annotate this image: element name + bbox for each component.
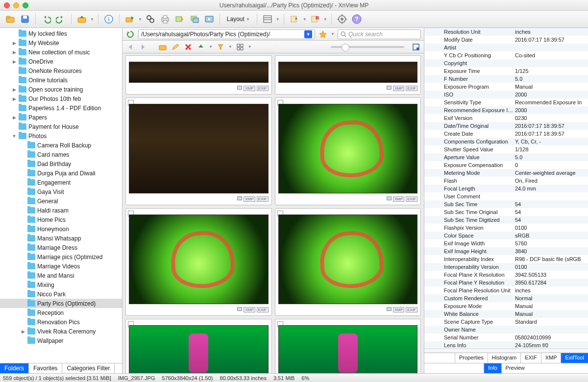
metadata-row[interactable]: Interoperability IndexR98 - DCF basic fi…: [424, 255, 588, 263]
back-button[interactable]: [125, 42, 135, 52]
favorite-star-icon[interactable]: [318, 29, 328, 39]
thumbnail-size-slider[interactable]: [331, 46, 404, 48]
copy-to-button[interactable]: [123, 13, 136, 25]
dropdown-arrow-icon[interactable]: ▼: [248, 45, 252, 49]
folder-tree-item[interactable]: Haldi rasam: [0, 206, 122, 215]
metadata-table[interactable]: Resolution UnitinchesModify Date2016:07:…: [424, 28, 588, 349]
disclosure-triangle-icon[interactable]: ▶: [12, 96, 17, 101]
view-grid-button[interactable]: [235, 42, 245, 52]
metadata-row[interactable]: Y Cb Cr PositioningCo-sited: [424, 51, 588, 59]
convert-button[interactable]: [188, 13, 201, 25]
thumbnail-item[interactable]: XMPEXIF: [275, 97, 421, 205]
thumbnail-item[interactable]: [125, 319, 272, 373]
metadata-row[interactable]: Exif Image Height3840: [424, 247, 588, 255]
metadata-row[interactable]: Create Date2016:07:17 18:39:57: [424, 130, 588, 138]
export-button[interactable]: [173, 13, 186, 25]
thumbnail-item[interactable]: XMPEXIF: [275, 55, 421, 95]
print-button[interactable]: [159, 13, 172, 25]
folder-tree-item[interactable]: ▼Photos: [0, 131, 122, 141]
metadata-row[interactable]: Lens Info24-105mm f/0: [424, 341, 588, 349]
folder-tree-item[interactable]: ▶Open source training: [0, 85, 122, 94]
thumbnail-item[interactable]: XMPEXIF: [125, 97, 272, 205]
undo-button[interactable]: [40, 13, 52, 25]
view-mode-button[interactable]: [261, 13, 274, 25]
metadata-row[interactable]: Sensitivity TypeRecommended Exposure In: [424, 98, 588, 106]
metadata-row[interactable]: Recommended Exposure Index2000: [424, 106, 588, 114]
folder-tree-item[interactable]: Online tutorials: [0, 75, 122, 85]
metadata-row[interactable]: Focal Plane Resolution Unitinches: [424, 286, 588, 294]
dropdown-arrow-icon[interactable]: ▼: [331, 32, 335, 36]
metadata-row[interactable]: Exif Image Width5760: [424, 239, 588, 247]
folder-tree-item[interactable]: General: [0, 196, 122, 206]
metadata-row[interactable]: F Number5.0: [424, 75, 588, 83]
folder-tree-item[interactable]: Camera Roll Backup: [0, 141, 122, 150]
thumbnail-item[interactable]: XMPEXIF: [125, 55, 272, 95]
metadata-row[interactable]: Serial Number058024010999: [424, 334, 588, 341]
folder-tree-item[interactable]: Wallpaper: [0, 336, 122, 345]
folder-tree-item[interactable]: Paperless 1.4 - PDF Edition: [0, 103, 122, 113]
rename-button[interactable]: [171, 42, 180, 52]
metadata-row[interactable]: Owner Name: [424, 326, 588, 334]
thumbnail-item[interactable]: XMPEXIF: [125, 208, 272, 316]
open-button[interactable]: [4, 13, 17, 25]
folder-tree-item[interactable]: Marriage Videos: [0, 262, 122, 271]
folder-tree-item[interactable]: Durga Puja and Diwali: [0, 168, 122, 178]
metadata-row[interactable]: White BalanceManual: [424, 310, 588, 318]
disclosure-triangle-icon[interactable]: ▶: [12, 59, 17, 64]
dropdown-arrow-icon[interactable]: ▼: [303, 17, 307, 22]
folder-tree-item[interactable]: ▶New collection of music: [0, 48, 122, 57]
metadata-row[interactable]: Metering ModeCenter-weighted average: [424, 169, 588, 177]
dropdown-arrow-icon[interactable]: ▼: [228, 45, 232, 49]
folder-tree-item[interactable]: Home Pics: [0, 215, 122, 224]
thumbnail-item[interactable]: [275, 319, 421, 373]
refresh-button[interactable]: [125, 29, 135, 39]
delete-button[interactable]: [183, 42, 193, 52]
metadata-row[interactable]: Shutter Speed Value1/128: [424, 145, 588, 153]
metadata-row[interactable]: Scene Capture TypeStandard: [424, 318, 588, 326]
metadata-row[interactable]: Sub Sec Time54: [424, 200, 588, 208]
dropdown-arrow-icon[interactable]: ▼: [138, 17, 142, 22]
disclosure-triangle-icon[interactable]: ▶: [12, 87, 17, 92]
parent-folder-button[interactable]: [158, 42, 168, 52]
folder-tree-item[interactable]: Party Pics (Optimized): [0, 299, 122, 308]
dropdown-arrow-icon[interactable]: ▼: [209, 45, 213, 49]
folder-tree-item[interactable]: Dad Birthday: [0, 159, 122, 168]
help-button[interactable]: ?: [350, 13, 363, 25]
folder-tree-item[interactable]: Gaya Visit: [0, 187, 122, 196]
tab-categories-filter[interactable]: Categories Filter: [62, 363, 115, 373]
quick-search-input[interactable]: Quick search: [338, 29, 421, 39]
tab-exiftool[interactable]: ExifTool: [561, 353, 588, 363]
metadata-row[interactable]: Copyright: [424, 59, 588, 67]
metadata-row[interactable]: FlashOn, Fired: [424, 177, 588, 185]
dropdown-arrow-icon[interactable]: ▼: [276, 17, 280, 22]
folder-tree-item[interactable]: Marriage pics (Optimized: [0, 252, 122, 262]
zoom-window-button[interactable]: [23, 2, 28, 8]
disclosure-triangle-icon[interactable]: ▶: [12, 115, 17, 120]
tab-properties[interactable]: Properties: [455, 353, 488, 363]
filter-icon[interactable]: [216, 42, 225, 52]
tab-folders[interactable]: Folders: [0, 363, 29, 373]
folder-tree-item[interactable]: My locked files: [0, 29, 122, 38]
info-button[interactable]: i: [102, 13, 115, 25]
filter-button[interactable]: [309, 13, 321, 25]
metadata-row[interactable]: Exif Version0230: [424, 114, 588, 122]
folder-tree-item[interactable]: Nicco Park: [0, 289, 122, 299]
dropdown-arrow-icon[interactable]: ▼: [90, 17, 94, 22]
settings-button[interactable]: [336, 13, 348, 25]
folder-tree-item[interactable]: Reception: [0, 308, 122, 317]
metadata-row[interactable]: Exposure ProgramManual: [424, 83, 588, 91]
forward-button[interactable]: [138, 42, 148, 52]
folder-tree-item[interactable]: OneNote Resources: [0, 66, 122, 75]
tab-preview[interactable]: Preview: [501, 363, 529, 373]
folder-tree-item[interactable]: Engagement: [0, 178, 122, 187]
folder-tree-item[interactable]: ▶OneDrive: [0, 57, 122, 66]
folder-tree-item[interactable]: Me and Mansi: [0, 271, 122, 280]
folder-tree-item[interactable]: Payment for House: [0, 122, 122, 131]
folder-tree-item[interactable]: Card names: [0, 150, 122, 159]
metadata-row[interactable]: Color SpacesRGB: [424, 232, 588, 239]
metadata-row[interactable]: Aperture Value5.0: [424, 153, 588, 161]
minimize-window-button[interactable]: [13, 2, 19, 8]
close-window-button[interactable]: [4, 2, 10, 8]
metadata-row[interactable]: Resolution Unitinches: [424, 28, 588, 36]
path-input[interactable]: /Users/rahulsaigal/Photos/Party Pics (Op…: [138, 29, 315, 39]
